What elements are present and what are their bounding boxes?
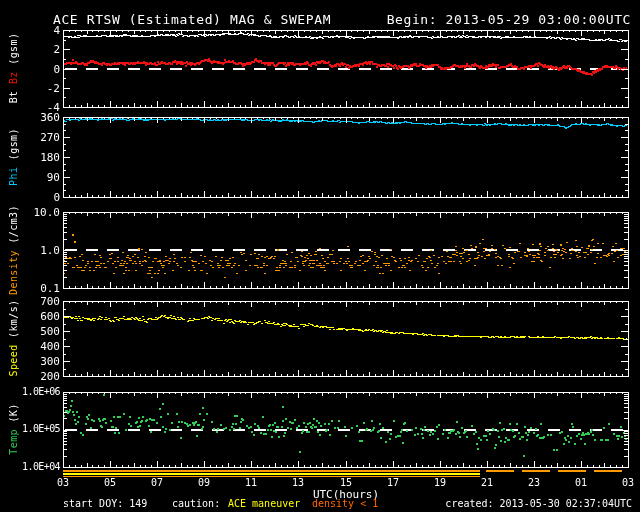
y-tick: 180	[16, 152, 60, 163]
y-tick: 200	[16, 371, 60, 382]
y-tick: -2	[16, 83, 60, 94]
y-tick: 300	[16, 356, 60, 367]
caution-density-label: density < 1	[312, 499, 378, 509]
x-tick: 23	[522, 478, 546, 488]
x-tick: 03	[616, 478, 640, 488]
x-tick: 19	[428, 478, 452, 488]
x-tick: 07	[145, 478, 169, 488]
y-tick: 600	[16, 311, 60, 322]
x-tick: 01	[569, 478, 593, 488]
y-tick: 1.0	[16, 245, 60, 256]
y-tick: 0	[16, 64, 60, 75]
x-tick: 05	[98, 478, 122, 488]
y-tick: 0.1	[16, 283, 60, 294]
start-doy-label: start DOY: 149	[63, 499, 147, 509]
y-tick: 400	[16, 341, 60, 352]
x-tick: 09	[192, 478, 216, 488]
y-tick: 2	[16, 44, 60, 55]
y-tick: 270	[16, 132, 60, 143]
ace-rtsw-plot: ACE RTSW (Estimated) MAG & SWEPAM Begin:…	[0, 0, 640, 512]
y-tick: 0	[16, 192, 60, 203]
x-tick: 13	[286, 478, 310, 488]
y-tick: 10.0	[16, 207, 60, 218]
x-tick: 03	[51, 478, 75, 488]
x-tick: 17	[381, 478, 405, 488]
y-tick: 1.0E+04	[16, 462, 60, 472]
y-tick: 700	[16, 296, 60, 307]
y-tick: 500	[16, 326, 60, 337]
page-title: ACE RTSW (Estimated) MAG & SWEPAM	[53, 13, 331, 26]
x-tick: 15	[334, 478, 358, 488]
y-tick: 1.0E+05	[16, 424, 60, 434]
temp-unit-label: (K)	[8, 403, 19, 422]
x-tick: 11	[239, 478, 263, 488]
x-tick: 21	[475, 478, 499, 488]
y-tick: 360	[16, 112, 60, 123]
created-timestamp: created: 2013-05-30 02:37:04UTC	[445, 499, 632, 509]
y-tick: 90	[16, 172, 60, 183]
y-tick: 4	[16, 25, 60, 36]
caution-label: caution:	[172, 499, 220, 509]
begin-timestamp: Begin: 2013-05-29 03:00:00UTC	[387, 13, 631, 26]
plot-canvas	[0, 0, 640, 512]
y-tick: 1.0E+06	[16, 387, 60, 397]
caution-maneuver-label: ACE maneuver	[228, 499, 300, 509]
